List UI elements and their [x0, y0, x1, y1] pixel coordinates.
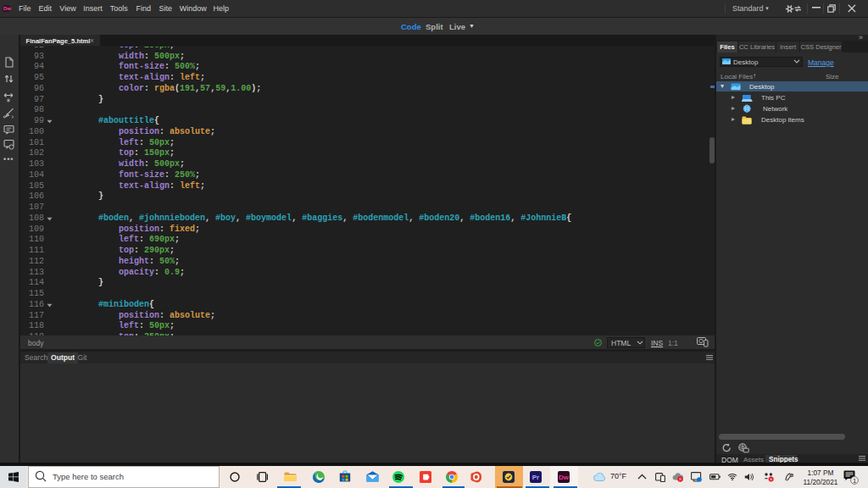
svg-text:1: 1	[853, 477, 856, 485]
svg-text:Pr: Pr	[532, 474, 539, 481]
svg-text:Dw: Dw	[559, 474, 570, 481]
